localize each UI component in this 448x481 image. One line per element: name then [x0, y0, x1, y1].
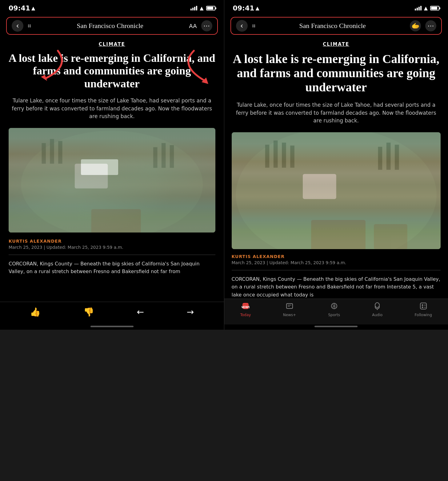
thumbup-button-left[interactable]: 👍: [30, 307, 41, 317]
divider-right: [232, 270, 441, 270]
bookmark-button-right[interactable]: ⌗: [252, 22, 255, 30]
tab-sports[interactable]: Sports: [328, 302, 340, 317]
svg-rect-7: [162, 143, 166, 168]
article-content-left: CLIMATE A lost lake is re-emerging in Ca…: [0, 38, 224, 302]
svg-rect-18: [386, 142, 390, 169]
body-right: CORCORAN, Kings County — Beneath the big…: [232, 275, 441, 299]
status-bar-left: 09:41 ▲ ▲: [0, 0, 224, 14]
svg-rect-23: [242, 304, 249, 305]
newspaper-title-right: San Francisco Chronicle: [260, 22, 406, 30]
svg-point-30: [375, 303, 379, 308]
signal-bars-right: [415, 6, 422, 10]
author-left: KURTIS ALEXANDER: [9, 239, 215, 244]
home-indicator-right: [224, 324, 448, 330]
svg-rect-6: [153, 147, 157, 168]
svg-rect-17: [378, 147, 382, 170]
svg-point-33: [422, 304, 423, 306]
tab-following-label: Following: [415, 313, 432, 317]
tab-newsplus-label: News+: [283, 313, 296, 317]
subtitle-right: Tulare Lake, once four times the size of…: [232, 101, 441, 125]
svg-rect-15: [282, 142, 286, 168]
svg-rect-9: [91, 209, 141, 233]
bookmark-button-left[interactable]: ⌗: [28, 22, 31, 30]
back-button-right[interactable]: ‹: [236, 20, 248, 32]
tab-sports-label: Sports: [328, 313, 340, 317]
svg-rect-25: [286, 304, 293, 308]
nav-bar-right: ‹ ⌗ San Francisco Chronicle 🫱 ···: [224, 14, 448, 38]
back-button-left[interactable]: ‹: [12, 20, 23, 32]
flood-image-left: [9, 128, 215, 233]
svg-rect-12: [303, 174, 336, 199]
tab-today-label: Today: [240, 313, 251, 317]
tab-today[interactable]: NEWS Today: [240, 302, 251, 317]
bottom-toolbar-left: 👍 👎 ← →: [0, 302, 224, 324]
nav-bar-container-right: ‹ ⌗ San Francisco Chronicle 🫱 ···: [230, 17, 442, 35]
audio-icon: [373, 302, 381, 312]
divider-left: [9, 255, 215, 255]
subtitle-left: Tulare Lake, once four times the size of…: [9, 97, 215, 121]
category-left: CLIMATE: [9, 42, 215, 47]
flood-image-right: [232, 132, 441, 249]
left-phone: 09:41 ▲ ▲ ‹ ⌗ San Francis: [0, 0, 224, 330]
date-left: March 25, 2023 | Updated: March 25, 2023…: [9, 245, 215, 250]
sports-icon: [330, 302, 338, 312]
today-icon: NEWS: [242, 302, 250, 312]
forward-arrow-left[interactable]: →: [187, 307, 194, 317]
thumbdown-button-left[interactable]: 👎: [83, 307, 94, 317]
status-bar-right: 09:41 ▲ ▲: [224, 0, 448, 14]
svg-point-35: [422, 307, 423, 308]
date-right: March 25, 2023 | Updated: March 25, 2023…: [232, 260, 441, 265]
headline-left: A lost lake is re-emerging in California…: [9, 52, 215, 90]
svg-rect-20: [311, 220, 366, 249]
face-button-right[interactable]: 🫱: [410, 20, 421, 31]
tab-following[interactable]: Following: [415, 302, 432, 317]
tab-audio-label: Audio: [372, 313, 382, 317]
article-content-right: CLIMATE A lost lake is re-emerging in Ca…: [224, 38, 448, 299]
body-left: CORCORAN, Kings County — Beneath the big…: [9, 260, 215, 276]
svg-rect-16: [290, 145, 294, 168]
svg-rect-19: [395, 145, 399, 170]
aa-button-left[interactable]: AA: [189, 23, 197, 29]
author-right: KURTIS ALEXANDER: [232, 254, 441, 259]
svg-rect-32: [420, 303, 426, 309]
svg-text:NEWS: NEWS: [242, 306, 250, 309]
home-indicator-left: [0, 324, 224, 330]
battery-right: [430, 6, 439, 10]
svg-rect-13: [265, 145, 269, 168]
category-right: CLIMATE: [232, 42, 441, 47]
svg-rect-2: [75, 164, 108, 189]
svg-rect-5: [58, 141, 62, 164]
more-button-left[interactable]: ···: [201, 20, 212, 31]
headline-right: A lost lake is re-emerging in California…: [232, 52, 441, 94]
svg-rect-3: [42, 143, 46, 164]
more-button-right[interactable]: ···: [425, 20, 436, 31]
following-icon: [419, 302, 427, 312]
svg-rect-14: [273, 140, 278, 167]
location-icon-right: ▲: [256, 5, 259, 11]
wifi-icon-left: ▲: [200, 5, 203, 11]
back-arrow-left[interactable]: ←: [137, 307, 144, 317]
tab-audio[interactable]: Audio: [372, 302, 382, 317]
right-phone: 09:41 ▲ ▲ ‹ ⌗ San Francis: [224, 0, 448, 330]
time-left: 09:41: [9, 4, 30, 12]
battery-left: [206, 6, 215, 10]
time-right: 09:41: [233, 4, 254, 12]
wifi-icon-right: ▲: [424, 5, 428, 11]
signal-bars-left: [190, 6, 197, 10]
svg-rect-8: [170, 145, 174, 168]
nav-bar-container-left: ‹ ⌗ San Francisco Chronicle AA ···: [6, 17, 218, 35]
tab-newsplus[interactable]: News+: [283, 302, 296, 317]
nav-bar-left: ‹ ⌗ San Francisco Chronicle AA ···: [0, 14, 224, 38]
svg-rect-21: [374, 224, 407, 249]
tab-bar-right: NEWS Today News+: [224, 299, 448, 324]
newspaper-title-left: San Francisco Chronicle: [35, 22, 185, 30]
svg-rect-4: [50, 139, 54, 164]
newsplus-icon: [286, 302, 294, 312]
location-icon-left: ▲: [31, 5, 35, 11]
